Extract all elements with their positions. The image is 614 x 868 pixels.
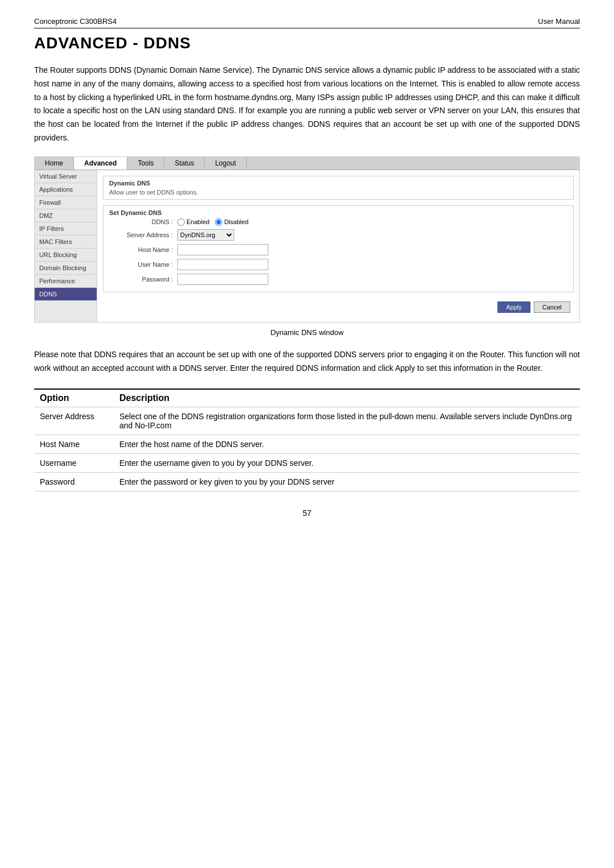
sidebar-ip-filters[interactable]: IP Filters: [35, 222, 97, 235]
router-ui: Home Advanced Tools Status Logout Virtua…: [34, 156, 580, 323]
option-cell: Server Address: [34, 407, 114, 435]
page-title: ADVANCED - DDNS: [34, 34, 580, 52]
button-row: Apply Cancel: [103, 298, 574, 316]
option-cell: Username: [34, 454, 114, 473]
description-cell: Enter the password or key given to you b…: [114, 473, 580, 491]
router-content: Dynamic DNS Allow user to set DDNS optio…: [97, 170, 579, 322]
option-cell: Host Name: [34, 435, 114, 454]
set-dynamic-dns-title: Set Dynamic DNS: [109, 209, 567, 216]
nav-home[interactable]: Home: [35, 157, 74, 170]
table-row: Server AddressSelect one of the DDNS reg…: [34, 407, 580, 435]
ddns-disabled-radio[interactable]: [215, 218, 222, 226]
description-cell: Select one of the DDNS registration orga…: [114, 407, 580, 435]
host-name-input[interactable]: [177, 244, 268, 255]
host-name-row: Host Name :: [109, 244, 567, 255]
options-table: Option Description Server AddressSelect …: [34, 388, 580, 491]
router-sidebar: Virtual Server Applications Firewall DMZ…: [35, 170, 97, 322]
header-left: Conceptronic C300BRS4: [34, 17, 117, 26]
sidebar-performance[interactable]: Performance: [35, 275, 97, 288]
sidebar-firewall[interactable]: Firewall: [35, 196, 97, 209]
header-right: User Manual: [538, 17, 580, 26]
sidebar-dmz[interactable]: DMZ: [35, 209, 97, 222]
apply-button[interactable]: Apply: [497, 301, 530, 313]
dynamic-dns-section: Dynamic DNS Allow user to set DDNS optio…: [103, 176, 574, 200]
col1-header: Option: [34, 389, 114, 407]
dynamic-dns-subtitle: Allow user to set DDNS options.: [109, 189, 567, 196]
router-body: Virtual Server Applications Firewall DMZ…: [35, 170, 579, 322]
server-address-select[interactable]: DynDNS.org No-IP.com: [177, 229, 234, 241]
password-row: Password :: [109, 274, 567, 285]
user-name-row: User Name :: [109, 259, 567, 270]
description-cell: Enter the host name of the DDNS server.: [114, 435, 580, 454]
ddns-disabled-label[interactable]: Disabled: [215, 218, 248, 226]
sidebar-ddns[interactable]: DDNS: [35, 288, 97, 301]
table-row: UsernameEnter the username given to you …: [34, 454, 580, 473]
nav-status[interactable]: Status: [164, 157, 205, 170]
description-cell: Enter the username given to you by your …: [114, 454, 580, 473]
nav-tools[interactable]: Tools: [127, 157, 164, 170]
page-number: 57: [34, 509, 580, 518]
table-row: PasswordEnter the password or key given …: [34, 473, 580, 491]
dynamic-dns-title: Dynamic DNS: [109, 180, 567, 187]
router-nav: Home Advanced Tools Status Logout: [35, 157, 579, 170]
cancel-button[interactable]: Cancel: [534, 301, 570, 313]
sidebar-domain-blocking[interactable]: Domain Blocking: [35, 262, 97, 275]
body-text: Please note that DDNS requires that an a…: [34, 348, 580, 375]
table-row: Host NameEnter the host name of the DDNS…: [34, 435, 580, 454]
ddns-label: DDNS :: [109, 218, 177, 225]
col2-header: Description: [114, 389, 580, 407]
figure-caption: Dynamic DNS window: [34, 328, 580, 337]
option-cell: Password: [34, 473, 114, 491]
page-header: Conceptronic C300BRS4 User Manual: [34, 17, 580, 28]
intro-text: The Router supports DDNS (Dynamic Domain…: [34, 64, 580, 145]
sidebar-applications[interactable]: Applications: [35, 183, 97, 196]
password-input[interactable]: [177, 274, 268, 285]
server-address-row: Server Address : DynDNS.org No-IP.com: [109, 229, 567, 241]
sidebar-virtual-server[interactable]: Virtual Server: [35, 170, 97, 183]
server-address-label: Server Address :: [109, 232, 177, 238]
set-dynamic-dns-section: Set Dynamic DNS DDNS : Enabled Disabled: [103, 205, 574, 292]
ddns-row: DDNS : Enabled Disabled: [109, 218, 567, 226]
ddns-enabled-radio[interactable]: [177, 218, 185, 226]
password-label: Password :: [109, 276, 177, 283]
nav-logout[interactable]: Logout: [205, 157, 247, 170]
ddns-enabled-label[interactable]: Enabled: [177, 218, 209, 226]
nav-advanced[interactable]: Advanced: [74, 157, 127, 170]
sidebar-url-blocking[interactable]: URL Blocking: [35, 249, 97, 262]
host-name-label: Host Name :: [109, 246, 177, 253]
user-name-input[interactable]: [177, 259, 268, 270]
user-name-label: User Name :: [109, 261, 177, 268]
ddns-radio-group: Enabled Disabled: [177, 218, 248, 226]
sidebar-mac-filters[interactable]: MAC Filters: [35, 235, 97, 249]
